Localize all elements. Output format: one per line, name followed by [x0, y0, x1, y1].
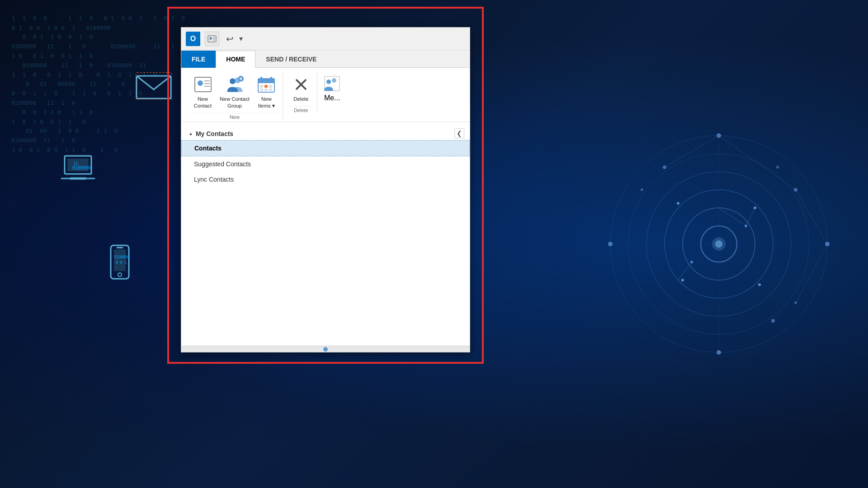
svg-line-32: [665, 136, 719, 167]
laptop-decoration: 0100000 11: [61, 154, 95, 188]
network-decoration: [606, 131, 832, 357]
svg-point-23: [717, 350, 721, 355]
svg-point-40: [677, 202, 679, 205]
svg-point-9: [118, 273, 122, 277]
email-decoration: [136, 72, 172, 106]
highlight-border: [167, 7, 484, 364]
svg-line-33: [796, 190, 827, 244]
svg-line-45: [678, 262, 692, 280]
svg-rect-8: [114, 249, 126, 271]
svg-point-24: [608, 242, 613, 246]
svg-text:0100000: 0100000: [72, 165, 91, 170]
phone-decoration: 0100000 0 0 1: [108, 244, 131, 285]
svg-text:11: 11: [74, 162, 78, 166]
svg-point-29: [771, 319, 775, 323]
svg-point-26: [776, 166, 779, 169]
svg-text:0 0  1: 0 0 1: [116, 261, 127, 265]
svg-point-28: [641, 188, 643, 191]
svg-line-31: [719, 136, 796, 190]
svg-point-36: [715, 240, 722, 248]
svg-point-38: [681, 279, 684, 282]
svg-line-43: [746, 208, 755, 226]
svg-point-39: [758, 283, 761, 286]
svg-line-34: [796, 244, 827, 303]
svg-text:0100000: 0100000: [114, 255, 130, 259]
